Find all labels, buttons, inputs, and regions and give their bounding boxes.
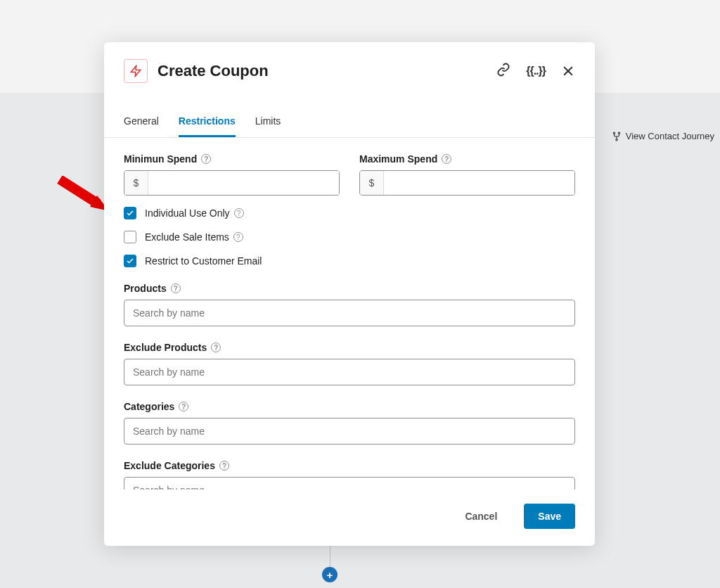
info-icon[interactable]: ? (219, 461, 229, 471)
modal-tab-limits[interactable]: Limits (255, 107, 281, 137)
max-spend-label-text: Maximum Spend (359, 153, 437, 165)
link-icon[interactable] (496, 63, 510, 79)
info-icon[interactable]: ? (442, 154, 451, 164)
exclude-sale-checkbox[interactable] (124, 231, 136, 243)
modal-tabs: General Restrictions Limits (104, 107, 595, 138)
min-spend-label-text: Minimun Spend (124, 153, 197, 165)
max-spend-input[interactable] (384, 171, 574, 195)
exclude-categories-label: Exclude Categories ? (124, 460, 575, 471)
products-input[interactable] (124, 300, 575, 326)
exclude-products-label-text: Exclude Products (124, 342, 207, 353)
restrict-email-text: Restrict to Customer Email (145, 255, 262, 267)
info-icon[interactable]: ? (211, 343, 221, 352)
categories-label-text: Categories (124, 401, 174, 412)
modal-footer: Cancel Save (104, 490, 595, 546)
categories-label: Categories ? (124, 401, 575, 412)
info-icon[interactable]: ? (233, 232, 243, 242)
exclude-products-label: Exclude Products ? (124, 342, 575, 353)
restrict-email-label: Restrict to Customer Email (145, 255, 262, 267)
modal-tab-restrictions[interactable]: Restrictions (179, 107, 236, 137)
modal-tab-general[interactable]: General (124, 107, 159, 137)
exclude-products-input[interactable] (124, 359, 575, 385)
exclude-sale-text: Exclude Sale Items (145, 231, 229, 243)
max-spend-label: Maximum Spend ? (359, 153, 575, 165)
modal-title: Create Coupon (158, 62, 269, 80)
save-button[interactable]: Save (524, 504, 575, 529)
individual-use-checkbox[interactable] (124, 207, 136, 219)
individual-use-label: Individual Use Only ? (145, 207, 244, 219)
close-icon[interactable] (561, 64, 575, 78)
min-spend-label: Minimun Spend ? (124, 153, 340, 165)
currency-prefix: $ (360, 171, 384, 195)
merge-tags-icon[interactable]: {{..}} (526, 65, 546, 77)
create-coupon-modal: Create Coupon {{..}} General Restriction… (104, 42, 595, 546)
cancel-button[interactable]: Cancel (451, 504, 511, 529)
modal-header: Create Coupon {{..}} (104, 42, 595, 90)
svg-marker-5 (131, 66, 141, 77)
exclude-sale-label: Exclude Sale Items ? (145, 231, 243, 243)
categories-input[interactable] (124, 418, 575, 445)
currency-prefix: $ (124, 171, 148, 195)
info-icon[interactable]: ? (171, 283, 181, 293)
restrict-email-checkbox[interactable] (124, 255, 136, 267)
info-icon[interactable]: ? (234, 208, 244, 218)
products-label: Products ? (124, 283, 575, 294)
info-icon[interactable]: ? (179, 402, 188, 411)
max-spend-input-group: $ (359, 170, 575, 196)
products-label-text: Products (124, 283, 167, 294)
info-icon[interactable]: ? (201, 154, 211, 164)
modal-body: Minimun Spend ? $ Maximum Spend ? $ (104, 138, 595, 490)
min-spend-input-group: $ (124, 170, 340, 196)
lightning-icon (124, 59, 148, 83)
individual-use-text: Individual Use Only (145, 207, 230, 219)
exclude-categories-label-text: Exclude Categories (124, 460, 215, 471)
exclude-categories-input[interactable] (124, 477, 575, 490)
min-spend-input[interactable] (148, 171, 339, 195)
